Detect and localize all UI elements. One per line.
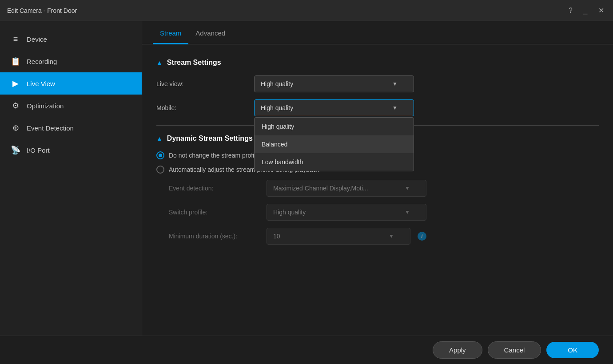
switch-profile-arrow-icon: ▼ bbox=[405, 209, 410, 215]
sidebar-item-recording[interactable]: 📋Recording bbox=[0, 50, 142, 72]
live-view-arrow-icon: ▼ bbox=[392, 81, 398, 87]
min-duration-label: Minimum duration (sec.): bbox=[169, 233, 267, 240]
sidebar-item-ioport[interactable]: 📡I/O Port bbox=[0, 139, 142, 161]
mobile-dropdown[interactable]: High quality ▼ bbox=[254, 99, 414, 116]
sidebar: ≡Device📋Recording▶Live View⚙Optimization… bbox=[0, 21, 142, 336]
sidebar-item-device[interactable]: ≡Device bbox=[0, 28, 142, 50]
event-detection-label: Event detection: bbox=[169, 185, 267, 192]
liveview-icon: ▶ bbox=[11, 79, 20, 88]
dropdown-option-low-bandwidth[interactable]: Low bandwidth bbox=[255, 153, 414, 171]
sidebar-label-optimization: Optimization bbox=[27, 102, 64, 110]
min-duration-row: Minimum duration (sec.): 10 ▼ i bbox=[169, 228, 599, 245]
title-bar: Edit Camera - Front Door ? ⎯ ✕ bbox=[0, 0, 613, 21]
radio-no-change-circle[interactable] bbox=[156, 151, 164, 159]
dynamic-chevron-icon: ▲ bbox=[156, 135, 163, 142]
bottom-bar: Apply Cancel OK bbox=[0, 336, 613, 364]
mobile-arrow-icon: ▼ bbox=[392, 105, 398, 111]
switch-profile-dropdown: High quality ▼ bbox=[267, 204, 426, 221]
main-content: ≡Device📋Recording▶Live View⚙Optimization… bbox=[0, 21, 613, 336]
live-view-dropdown[interactable]: High quality ▼ bbox=[254, 75, 414, 92]
tab-advanced[interactable]: Advanced bbox=[188, 21, 232, 44]
min-duration-value: 10 bbox=[273, 233, 280, 240]
optimization-icon: ⚙ bbox=[11, 101, 20, 111]
event-detection-row: Event detection: Maximized Channel Displ… bbox=[169, 180, 599, 197]
switch-profile-control: High quality ▼ bbox=[267, 204, 426, 221]
sidebar-label-device: Device bbox=[27, 36, 47, 43]
min-duration-dropdown: 10 ▼ bbox=[267, 228, 410, 245]
live-view-control: High quality ▼ bbox=[254, 75, 414, 92]
live-view-label: Live view: bbox=[156, 80, 254, 87]
close-button[interactable]: ✕ bbox=[597, 5, 606, 16]
mobile-dropdown-menu: High quality Balanced Low bandwidth bbox=[254, 117, 414, 171]
ok-button[interactable]: OK bbox=[546, 342, 599, 358]
switch-profile-label: Switch profile: bbox=[169, 209, 267, 216]
chevron-icon: ▲ bbox=[156, 59, 163, 66]
dropdown-option-balanced[interactable]: Balanced bbox=[255, 135, 414, 153]
content-panel: StreamAdvanced ▲ Stream Settings Live vi… bbox=[142, 21, 613, 336]
mobile-control: High quality ▼ High quality Balanced Low… bbox=[254, 99, 414, 116]
sidebar-label-eventdetection: Event Detection bbox=[27, 124, 74, 132]
event-detection-dropdown: Maximized Channel Display,Moti... ▼ bbox=[267, 180, 426, 197]
minimize-button[interactable]: ⎯ bbox=[581, 5, 589, 16]
panel-body: ▲ Stream Settings Live view: High qualit… bbox=[142, 44, 613, 336]
recording-icon: 📋 bbox=[11, 56, 20, 66]
device-icon: ≡ bbox=[11, 35, 20, 44]
stream-settings-label: Stream Settings bbox=[167, 59, 221, 67]
mobile-label: Mobile: bbox=[156, 104, 254, 111]
event-detection-control: Maximized Channel Display,Moti... ▼ bbox=[267, 180, 426, 197]
mobile-value: High quality bbox=[261, 104, 293, 111]
tabs-bar: StreamAdvanced bbox=[142, 21, 613, 44]
mobile-row: Mobile: High quality ▼ High quality Bala… bbox=[156, 99, 599, 116]
switch-profile-value: High quality bbox=[273, 209, 306, 216]
sidebar-item-optimization[interactable]: ⚙Optimization bbox=[0, 95, 142, 117]
dynamic-stream-label: Dynamic Stream Settings bbox=[167, 135, 253, 142]
eventdetection-icon: ⊕ bbox=[11, 123, 20, 133]
radio-no-change-label: Do not change the stream profile bbox=[169, 152, 259, 159]
sidebar-label-recording: Recording bbox=[27, 58, 57, 65]
min-duration-control: 10 ▼ i bbox=[267, 228, 426, 245]
apply-button[interactable]: Apply bbox=[433, 341, 482, 359]
event-detection-arrow-icon: ▼ bbox=[405, 185, 410, 191]
min-duration-arrow-icon: ▼ bbox=[389, 233, 394, 239]
stream-settings-section: ▲ Stream Settings bbox=[156, 59, 599, 67]
info-icon[interactable]: i bbox=[418, 232, 426, 241]
event-detection-value: Maximized Channel Display,Moti... bbox=[273, 185, 368, 192]
cancel-button[interactable]: Cancel bbox=[488, 341, 541, 359]
sidebar-item-liveview[interactable]: ▶Live View bbox=[0, 72, 142, 95]
sidebar-item-eventdetection[interactable]: ⊕Event Detection bbox=[0, 117, 142, 139]
radio-auto-adjust-circle[interactable] bbox=[156, 166, 164, 174]
sidebar-label-ioport: I/O Port bbox=[27, 146, 50, 154]
window-controls: ? ⎯ ✕ bbox=[567, 5, 606, 16]
help-button[interactable]: ? bbox=[567, 5, 574, 16]
dropdown-option-high-quality[interactable]: High quality bbox=[255, 118, 414, 135]
ioport-icon: 📡 bbox=[11, 145, 20, 155]
switch-profile-row: Switch profile: High quality ▼ bbox=[169, 204, 599, 221]
live-view-row: Live view: High quality ▼ bbox=[156, 75, 599, 92]
sidebar-label-liveview: Live View bbox=[27, 80, 55, 87]
tab-stream[interactable]: Stream bbox=[153, 21, 188, 44]
window-title: Edit Camera - Front Door bbox=[7, 7, 567, 14]
live-view-value: High quality bbox=[261, 80, 293, 87]
